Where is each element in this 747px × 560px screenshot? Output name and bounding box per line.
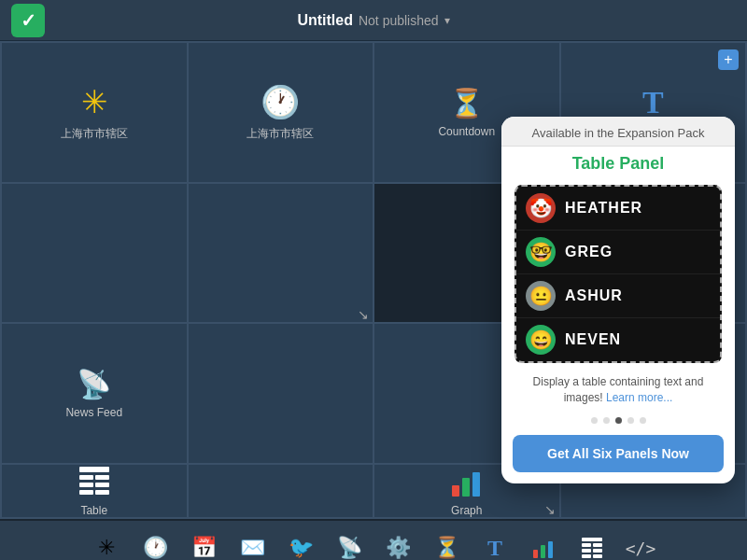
name-neven: NEVEN	[565, 331, 621, 348]
toolbar-twitter[interactable]: 🐦	[280, 527, 321, 560]
toolbar-twitter-icon: 🐦	[289, 536, 314, 560]
popup-header: Available in the Expansion Pack	[501, 117, 735, 147]
toolbar-hourglass-icon: ⏳	[434, 536, 459, 560]
toolbar-table[interactable]	[571, 527, 613, 560]
learn-more-link[interactable]: Learn more...	[606, 391, 672, 404]
avatar-ashur: 😐	[526, 281, 556, 311]
widget-label-2: 上海市市辖区	[247, 126, 314, 142]
svg-rect-1	[79, 475, 93, 480]
check-button[interactable]: ✓	[11, 4, 45, 37]
top-bar: ✓ Untitled Not published ▾	[0, 0, 747, 41]
grid-cell-10[interactable]	[188, 323, 374, 464]
dot-1[interactable]	[591, 417, 598, 424]
toolbar-calendar[interactable]: 📅	[183, 527, 224, 560]
toolbar-gear-icon: ⚙️	[386, 536, 411, 560]
name-heather: HEATHER	[565, 200, 642, 217]
toolbar-sun-icon: ✳	[98, 536, 115, 560]
toolbar-text[interactable]: T	[474, 527, 515, 560]
svg-rect-14	[582, 543, 591, 547]
svg-rect-5	[79, 490, 93, 495]
toolbar-rss-icon: 📡	[337, 536, 362, 560]
widget-label-3: Countdown	[438, 125, 495, 138]
table-widget-icon	[78, 465, 111, 498]
avatar-heather: 🤡	[526, 193, 556, 223]
sun-widget-icon: ✳	[81, 83, 107, 120]
svg-rect-13	[582, 538, 602, 541]
widget-label-9: News Feed	[65, 406, 122, 419]
popup-title: Table Panel	[501, 147, 735, 179]
svg-rect-7	[452, 485, 459, 497]
resize-handle-15[interactable]: ↘	[544, 502, 556, 513]
svg-rect-3	[79, 483, 93, 487]
preview-row-1: 🤡 HEATHER	[516, 187, 720, 231]
rss-widget-icon: 📡	[77, 368, 111, 400]
grid-cell-6[interactable]: ↘	[188, 183, 374, 324]
resize-handle-6[interactable]: ↘	[358, 307, 369, 318]
toolbar-clock-icon: 🕐	[143, 536, 168, 560]
grid-cell-5[interactable]	[1, 183, 188, 324]
svg-rect-16	[582, 549, 591, 553]
name-greg: GREG	[565, 244, 613, 260]
toolbar-settings[interactable]: ⚙️	[377, 527, 418, 560]
main-canvas: + ✳ 上海市市辖区 🕐 上海市市辖区 ⏳ Countdown ↘ T Text…	[0, 41, 747, 519]
svg-rect-0	[79, 467, 109, 472]
title-area: Untitled Not published ▾	[297, 12, 449, 29]
popup-description: Display a table containing text and imag…	[501, 371, 735, 412]
toolbar-code[interactable]: </>	[620, 527, 661, 560]
toolbar-calendar-icon: 📅	[191, 536, 217, 560]
popup-pagination-dots	[501, 412, 735, 429]
status-dropdown-arrow[interactable]: ▾	[444, 14, 450, 27]
toolbar-graph-icon	[532, 537, 555, 559]
svg-rect-6	[95, 490, 109, 495]
dot-4[interactable]	[627, 417, 634, 424]
toolbar-table-icon	[581, 537, 603, 559]
widget-label-1: 上海市市辖区	[61, 126, 128, 142]
svg-rect-19	[593, 554, 602, 558]
preview-row-2: 🤓 GREG	[516, 231, 720, 274]
svg-rect-4	[95, 483, 109, 487]
widget-label-graph: Graph	[451, 504, 482, 517]
svg-rect-11	[541, 545, 545, 558]
grid-cell-13[interactable]: Table	[1, 464, 188, 518]
preview-row-3: 😐 ASHUR	[516, 274, 720, 318]
preview-row-4: 😄 NEVEN	[516, 318, 720, 361]
publish-status: Not published	[359, 13, 439, 28]
dot-2[interactable]	[603, 417, 610, 424]
toolbar-countdown[interactable]: ⏳	[426, 527, 467, 560]
svg-rect-9	[472, 472, 480, 497]
get-panels-button[interactable]: Get All Six Panels Now	[513, 435, 724, 472]
svg-rect-18	[582, 554, 591, 558]
name-ashur: ASHUR	[565, 287, 623, 304]
svg-rect-2	[95, 475, 109, 480]
avatar-greg: 🤓	[526, 237, 556, 267]
document-title: Untitled	[297, 12, 353, 29]
hourglass-widget-icon: ⏳	[449, 87, 484, 119]
dot-3[interactable]	[615, 417, 622, 424]
toolbar-rss[interactable]: 📡	[329, 527, 370, 560]
toolbar-mail[interactable]: ✉️	[232, 527, 273, 560]
toolbar-graph[interactable]	[523, 527, 564, 560]
graph-widget-icon	[450, 465, 484, 498]
grid-cell-14[interactable]	[188, 464, 374, 518]
clock-widget-icon: 🕐	[261, 83, 300, 120]
svg-rect-8	[462, 478, 470, 497]
svg-rect-15	[593, 543, 602, 547]
toolbar-code-icon: </>	[626, 539, 656, 558]
svg-rect-10	[533, 550, 538, 558]
bottom-toolbar: ✳ 🕐 📅 ✉️ 🐦 📡 ⚙️ ⏳ T	[0, 519, 747, 560]
toolbar-mail-icon: ✉️	[240, 536, 265, 560]
widget-label-table: Table	[80, 504, 107, 517]
avatar-neven: 😄	[526, 325, 556, 355]
toolbar-text-icon: T	[487, 536, 502, 561]
toolbar-sun[interactable]: ✳	[86, 527, 127, 560]
text-widget-icon: T	[642, 85, 664, 120]
svg-rect-12	[548, 541, 553, 558]
expansion-pack-popup: Available in the Expansion Pack Table Pa…	[501, 117, 735, 483]
popup-preview: 🤡 HEATHER 🤓 GREG 😐 ASHUR 😄 NEVEN	[514, 185, 722, 363]
dot-5[interactable]	[640, 417, 646, 424]
toolbar-clock[interactable]: 🕐	[134, 527, 176, 560]
svg-rect-17	[593, 549, 602, 553]
grid-cell-2[interactable]: 🕐 上海市市辖区	[188, 42, 374, 183]
grid-cell-1[interactable]: ✳ 上海市市辖区	[1, 42, 188, 183]
grid-cell-9[interactable]: 📡 News Feed	[1, 323, 188, 464]
